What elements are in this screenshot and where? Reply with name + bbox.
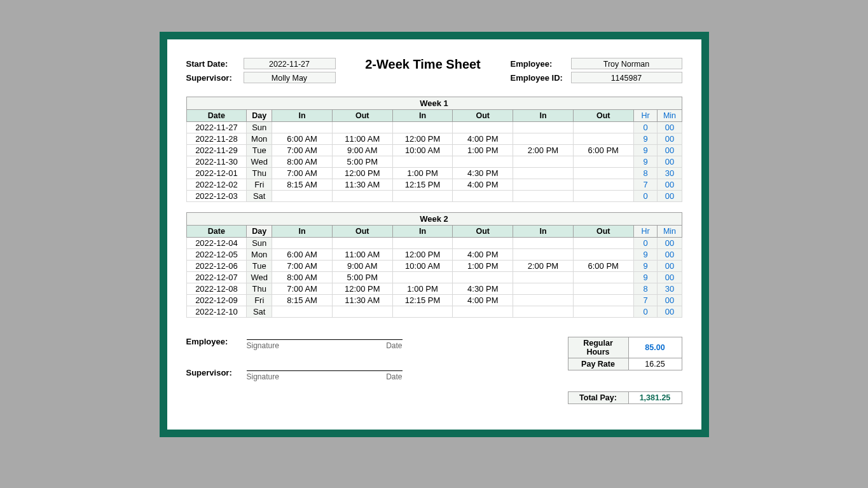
minutes-cell: 00 (658, 122, 682, 133)
date-cell: 2022-12-08 (186, 283, 247, 295)
table-row: 2022-12-05Mon6:00 AM11:00 AM12:00 PM4:00… (186, 249, 682, 261)
date-cell: 2022-12-06 (186, 261, 247, 272)
total-pay-value: 1,381.25 (628, 392, 682, 404)
minutes-cell: 00 (658, 133, 682, 145)
day-cell: Wed (247, 156, 272, 168)
regular-hours-value: 85.00 (628, 337, 682, 358)
out-cell (573, 133, 633, 145)
footer: Employee: Signature Date Supervisor: (186, 337, 682, 404)
day-cell: Fri (247, 179, 272, 191)
day-cell: Sat (247, 191, 272, 202)
in-cell (513, 156, 574, 168)
table-row: 2022-12-02Fri8:15 AM11:30 AM12:15 PM4:00… (186, 179, 682, 191)
in-cell: 6:00 AM (272, 133, 333, 145)
in-cell: 8:00 AM (272, 272, 333, 283)
hours-cell: 8 (633, 168, 658, 179)
in-cell: 7:00 AM (272, 283, 333, 295)
in-cell (513, 191, 574, 202)
table-row: 2022-11-27Sun000 (186, 122, 682, 133)
date-cell: 2022-12-02 (186, 179, 247, 191)
in-cell (513, 133, 574, 145)
out-cell (573, 272, 633, 283)
out-cell: 12:00 PM (332, 283, 392, 295)
out-cell (573, 295, 633, 306)
column-header: In (392, 226, 453, 238)
column-header: Out (332, 226, 392, 238)
out-cell: 5:00 PM (332, 156, 392, 168)
table-row: 2022-12-01Thu7:00 AM12:00 PM1:00 PM4:30 … (186, 168, 682, 179)
supervisor-value: Molly May (244, 72, 336, 83)
out-cell (573, 283, 633, 295)
out-cell: 11:30 AM (332, 295, 392, 306)
column-header: In (513, 110, 574, 122)
column-header: In (513, 226, 574, 238)
in-cell (392, 122, 453, 133)
in-cell (513, 295, 574, 306)
hours-cell: 0 (633, 122, 658, 133)
week-block: Week 2DateDayInOutInOutInOutHrMin2022-12… (186, 212, 682, 318)
out-cell (573, 156, 633, 168)
hours-cell: 9 (633, 261, 658, 272)
in-cell: 7:00 AM (272, 168, 333, 179)
hours-cell: 9 (633, 156, 658, 168)
date-cell: 2022-11-27 (186, 122, 247, 133)
hours-cell: 7 (633, 295, 658, 306)
week-title: Week 2 (186, 212, 682, 225)
in-cell: 8:15 AM (272, 179, 333, 191)
page-title: 2-Week Time Sheet (336, 57, 511, 72)
pay-rate-label: Pay Rate (568, 358, 628, 370)
in-cell: 2:00 PM (513, 261, 574, 272)
out-cell: 11:00 AM (332, 249, 392, 261)
out-cell (573, 122, 633, 133)
in-cell (513, 168, 574, 179)
timesheet-document: Start Date: 2022-11-27 Supervisor: Molly… (167, 39, 701, 430)
out-cell: 5:00 PM (332, 272, 392, 283)
out-cell: 6:00 PM (573, 261, 633, 272)
out-cell (453, 191, 513, 202)
minutes-cell: 00 (658, 306, 682, 318)
date-cell: 2022-11-29 (186, 145, 247, 156)
column-header: Date (186, 226, 247, 238)
week-title: Week 1 (186, 97, 682, 109)
column-header: Out (573, 226, 633, 238)
out-cell: 4:30 PM (453, 283, 513, 295)
out-cell (332, 122, 392, 133)
in-cell (272, 238, 333, 249)
column-header: Out (453, 110, 513, 122)
column-header: Min (658, 226, 682, 238)
minutes-cell: 00 (658, 238, 682, 249)
in-cell (272, 191, 333, 202)
day-cell: Mon (247, 133, 272, 145)
column-header: Hr (633, 226, 658, 238)
out-cell (573, 168, 633, 179)
employee-value: Troy Norman (571, 58, 682, 69)
date-cell: 2022-11-28 (186, 133, 247, 145)
date-cell: 2022-11-30 (186, 156, 247, 168)
day-cell: Sun (247, 122, 272, 133)
minutes-cell: 00 (658, 191, 682, 202)
in-cell: 8:15 AM (272, 295, 333, 306)
column-header: Date (186, 110, 247, 122)
hours-cell: 9 (633, 145, 658, 156)
hours-cell: 9 (633, 272, 658, 283)
out-cell: 9:00 AM (332, 261, 392, 272)
table-row: 2022-12-03Sat000 (186, 191, 682, 202)
employee-id-value: 1145987 (571, 72, 682, 83)
day-cell: Wed (247, 272, 272, 283)
table-row: 2022-12-06Tue7:00 AM9:00 AM10:00 AM1:00 … (186, 261, 682, 272)
date-caption: Date (386, 372, 402, 381)
employee-label: Employee: (511, 59, 571, 69)
signature-caption: Signature (247, 372, 279, 381)
in-cell (513, 306, 574, 318)
table-row: 2022-12-04Sun000 (186, 238, 682, 249)
out-cell (332, 191, 392, 202)
signature-block: Employee: Signature Date Supervisor: (186, 337, 403, 404)
in-cell (513, 249, 574, 261)
out-cell: 1:00 PM (453, 145, 513, 156)
table-row: 2022-12-07Wed8:00 AM5:00 PM900 (186, 272, 682, 283)
date-caption: Date (386, 341, 402, 350)
column-header: Day (247, 226, 272, 238)
date-cell: 2022-12-07 (186, 272, 247, 283)
out-cell (453, 272, 513, 283)
day-cell: Sat (247, 306, 272, 318)
